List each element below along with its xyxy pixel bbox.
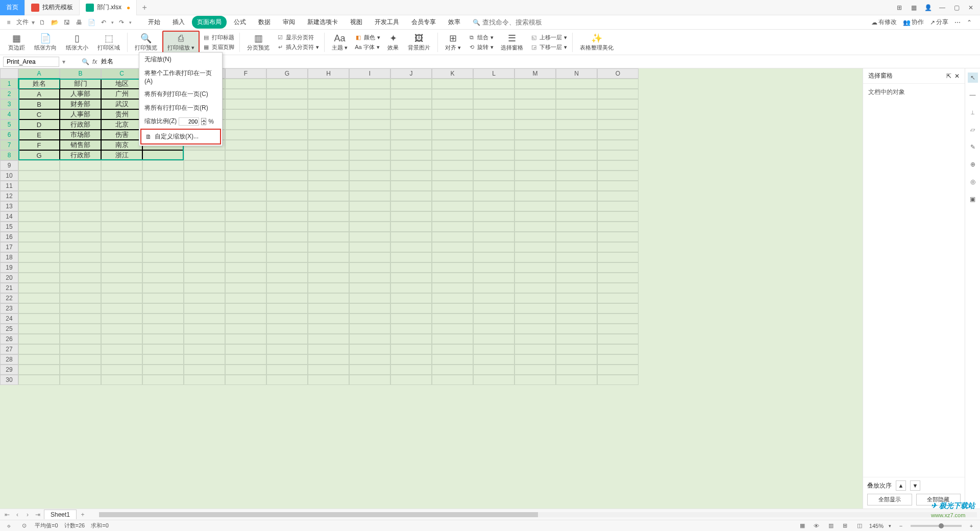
cell-F14[interactable]	[225, 211, 266, 222]
cell-N9[interactable]	[556, 160, 597, 171]
scale-fit-rows[interactable]: 将所有行打印在一页(R)	[139, 101, 222, 115]
cell-C5[interactable]: 北京	[101, 119, 142, 130]
theme-button[interactable]: Aa主题 ▾	[328, 31, 352, 54]
cell-E23[interactable]	[184, 303, 225, 313]
view-layout-icon[interactable]: ◫	[855, 521, 864, 530]
cell-N10[interactable]	[556, 171, 597, 181]
cell-K3[interactable]	[432, 99, 473, 109]
cell-C28[interactable]	[101, 354, 142, 365]
cell-L25[interactable]	[473, 324, 514, 334]
cell-C12[interactable]	[101, 191, 142, 201]
cell-F15[interactable]	[225, 222, 266, 232]
layout-icon[interactable]: ⊞	[894, 3, 904, 13]
sheet-last[interactable]: ⇥	[34, 511, 42, 518]
margins-button[interactable]: ▦页边距	[4, 31, 29, 54]
cell-J25[interactable]	[390, 324, 432, 334]
row-head-8[interactable]: 8	[0, 150, 18, 160]
menu-efficiency[interactable]: 效率	[443, 16, 465, 29]
cell-N29[interactable]	[556, 365, 597, 375]
window-maximize[interactable]: ▢	[951, 3, 962, 13]
col-head-C[interactable]: C	[101, 68, 142, 79]
view-eye-icon[interactable]: 👁	[812, 521, 821, 530]
cell-B3[interactable]: 财务部	[60, 99, 101, 109]
cell-N3[interactable]	[556, 99, 597, 109]
cell-O17[interactable]	[597, 242, 639, 252]
cell-A26[interactable]	[18, 334, 60, 344]
col-head-B[interactable]: B	[60, 68, 101, 79]
col-head-G[interactable]: G	[266, 68, 308, 79]
cell-G12[interactable]	[266, 191, 308, 201]
cell-H29[interactable]	[308, 365, 349, 375]
scale-fit-sheet[interactable]: 将整个工作表打印在一页(A)	[139, 66, 222, 87]
cell-C3[interactable]: 武汉	[101, 99, 142, 109]
cell-F7[interactable]	[225, 140, 266, 150]
cell-F20[interactable]	[225, 273, 266, 283]
input-mode-icon[interactable]: ⎆	[4, 521, 13, 530]
cell-K21[interactable]	[432, 283, 473, 293]
spreadsheet-grid[interactable]: ABCDEFGHIJKLMNO1姓名部门地区2A人事部广州3B财务部武汉4C人事…	[0, 68, 863, 509]
cell-D8[interactable]	[142, 150, 184, 160]
cell-F11[interactable]	[225, 181, 266, 191]
menu-data[interactable]: 数据	[253, 16, 276, 29]
stack-up[interactable]: ▲	[896, 480, 906, 491]
cell-N12[interactable]	[556, 191, 597, 201]
cell-C18[interactable]	[101, 252, 142, 262]
window-close[interactable]: ✕	[966, 3, 976, 13]
panel-pin-icon[interactable]: ⇱	[946, 73, 951, 80]
cell-G8[interactable]	[266, 150, 308, 160]
cell-J16[interactable]	[390, 232, 432, 242]
cell-L2[interactable]	[473, 89, 514, 99]
redo-icon[interactable]: ↷	[117, 18, 126, 27]
cell-J26[interactable]	[390, 334, 432, 344]
cell-G28[interactable]	[266, 354, 308, 365]
cell-M23[interactable]	[514, 303, 556, 313]
cell-J21[interactable]	[390, 283, 432, 293]
cell-D23[interactable]	[142, 303, 184, 313]
cell-F28[interactable]	[225, 354, 266, 365]
cell-G18[interactable]	[266, 252, 308, 262]
row-head-30[interactable]: 30	[0, 375, 18, 385]
cell-H25[interactable]	[308, 324, 349, 334]
cell-L27[interactable]	[473, 344, 514, 354]
cell-O21[interactable]	[597, 283, 639, 293]
cell-K23[interactable]	[432, 303, 473, 313]
share-button[interactable]: ↗ 分享	[930, 18, 948, 27]
cell-N30[interactable]	[556, 375, 597, 385]
cell-C11[interactable]	[101, 181, 142, 191]
menu-review[interactable]: 审阅	[278, 16, 300, 29]
cell-F25[interactable]	[225, 324, 266, 334]
row-head-29[interactable]: 29	[0, 365, 18, 375]
cell-B22[interactable]	[60, 293, 101, 303]
col-head-N[interactable]: N	[556, 68, 597, 79]
more-button[interactable]: ⋯	[954, 19, 961, 26]
show-all-button[interactable]: 全部显示	[867, 494, 912, 505]
cell-B2[interactable]: 人事部	[60, 89, 101, 99]
cell-B1[interactable]: 部门	[60, 79, 101, 89]
cell-C26[interactable]	[101, 334, 142, 344]
cell-O23[interactable]	[597, 303, 639, 313]
cell-I16[interactable]	[349, 232, 390, 242]
cell-B8[interactable]: 行政部	[60, 150, 101, 160]
cell-M10[interactable]	[514, 171, 556, 181]
cell-J19[interactable]	[390, 262, 432, 273]
cell-H8[interactable]	[308, 150, 349, 160]
zoom-input[interactable]	[179, 117, 199, 126]
col-head-F[interactable]: F	[225, 68, 266, 79]
cell-H10[interactable]	[308, 171, 349, 181]
cell-D29[interactable]	[142, 365, 184, 375]
cell-O20[interactable]	[597, 273, 639, 283]
cell-N14[interactable]	[556, 211, 597, 222]
cell-K24[interactable]	[432, 313, 473, 324]
cell-M29[interactable]	[514, 365, 556, 375]
cell-E26[interactable]	[184, 334, 225, 344]
cell-I21[interactable]	[349, 283, 390, 293]
sheet-add[interactable]: +	[79, 511, 87, 518]
mark-tool-icon[interactable]: ◎	[968, 177, 978, 187]
cell-C30[interactable]	[101, 375, 142, 385]
cell-G2[interactable]	[266, 89, 308, 99]
cell-F1[interactable]	[225, 79, 266, 89]
cell-N28[interactable]	[556, 354, 597, 365]
cell-N25[interactable]	[556, 324, 597, 334]
beautify-button[interactable]: ✨表格整理美化	[576, 31, 618, 54]
cell-A5[interactable]: D	[18, 119, 60, 130]
